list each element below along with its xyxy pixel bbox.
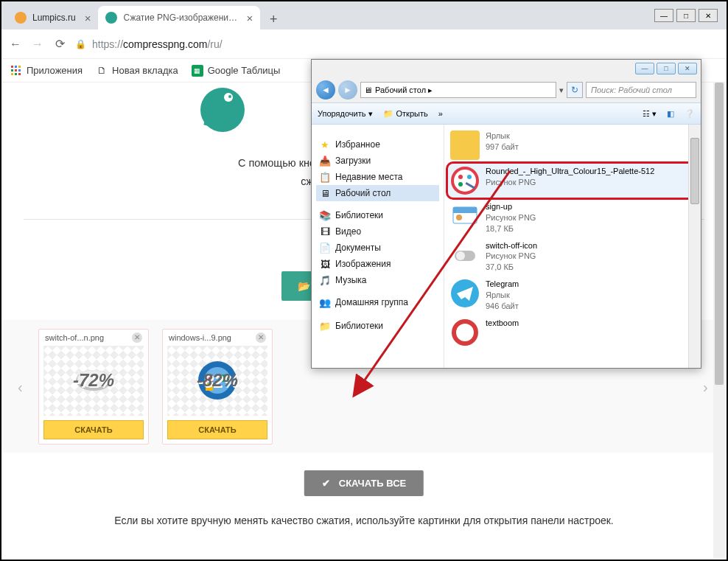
bookmark-newtab[interactable]: 🗋 Новая вкладка	[96, 65, 178, 77]
sidebar-item-desktop[interactable]: 🖥Рабочий стол	[316, 185, 439, 201]
organize-menu[interactable]: Упорядочить ▾	[318, 109, 373, 119]
remove-icon[interactable]: ✕	[132, 332, 142, 343]
library-icon: 📚	[319, 209, 331, 221]
download-thumb-button[interactable]: СКАЧАТЬ	[43, 420, 144, 439]
svg-rect-6	[11, 73, 13, 75]
thumb-preview: -82%	[167, 346, 267, 416]
file-item[interactable]: TelegramЯрлык946 байт	[447, 276, 696, 315]
more-button[interactable]: »	[438, 109, 443, 118]
image-icon: 🖼	[319, 258, 331, 270]
sidebar-item-recent[interactable]: 📋Недавние места	[316, 169, 439, 185]
bookmark-sheets[interactable]: ▦ Google Таблицы	[192, 65, 281, 77]
path-field[interactable]: 🖥 Рабочий стол ▸	[360, 82, 556, 98]
forward-button[interactable]: ►	[338, 80, 357, 100]
svg-point-29	[456, 251, 465, 260]
scrollbar-thumb[interactable]	[715, 83, 724, 385]
window-controls: — □ ✕	[654, 9, 718, 22]
thumbnail-card[interactable]: switch-of...n.png✕ -72% СКАЧАТЬ	[38, 329, 149, 445]
explorer-scrollbar[interactable]	[688, 125, 701, 368]
svg-rect-7	[15, 73, 17, 75]
maximize-button[interactable]: □	[657, 63, 676, 74]
search-field[interactable]: Поиск: Рабочий стол	[586, 82, 696, 98]
forward-button[interactable]: →	[31, 38, 44, 51]
folder-icon: 📥	[319, 155, 331, 167]
tab-bar: Lumpics.ru × Сжатие PNG-изображений онла…	[1, 1, 727, 29]
close-button[interactable]: ✕	[678, 63, 697, 74]
svg-point-10	[224, 93, 233, 102]
svg-point-20	[454, 170, 476, 192]
folder-icon: 📁	[319, 320, 331, 332]
homegroup-header[interactable]: 👥Домашняя группа	[316, 294, 439, 310]
thumbnail-card[interactable]: windows-i...9.png✕ -82% СКАЧАТЬ	[162, 329, 273, 445]
view-button[interactable]: ☷ ▾	[643, 109, 657, 119]
libraries-header[interactable]: 📚Библиотеки	[316, 207, 439, 223]
homegroup-icon: 👥	[319, 296, 331, 308]
compress-badge: -72%	[73, 370, 114, 391]
libraries2[interactable]: 📁Библиотеки	[316, 318, 439, 334]
sidebar-item-images[interactable]: 🖼Изображения	[316, 256, 439, 272]
prev-arrow[interactable]: ‹	[18, 379, 25, 394]
file-item-highlighted[interactable]: Rounded_-_High_Ultra_Colour15_-Palette-5…	[447, 163, 696, 198]
desktop-icon: 🖥	[364, 86, 372, 94]
svg-point-23	[458, 182, 463, 187]
favicon-icon	[15, 12, 27, 24]
remove-icon[interactable]: ✕	[256, 332, 266, 343]
back-button[interactable]: ◄	[316, 80, 335, 100]
download-thumb-button[interactable]: СКАЧАТЬ	[167, 420, 267, 439]
video-icon: 🎞	[319, 226, 331, 237]
explorer-window: — □ ✕ ◄ ► 🖥 Рабочий стол ▸ ▾ ↻ Поиск: Ра…	[311, 59, 701, 369]
back-button[interactable]: ←	[9, 38, 22, 51]
favorites-header[interactable]: ★Избранное	[316, 136, 439, 153]
sidebar-item-video[interactable]: 🎞Видео	[316, 223, 439, 240]
apps-button[interactable]: Приложения	[10, 65, 83, 77]
page-scrollbar[interactable]	[713, 83, 725, 558]
close-icon[interactable]: ×	[246, 12, 253, 24]
svg-rect-5	[18, 69, 21, 72]
tab-title: Сжатие PNG-изображений онла	[123, 13, 237, 23]
refresh-button[interactable]: ↻	[567, 82, 583, 98]
bookmark-label: Новая вкладка	[112, 65, 178, 76]
preview-pane-button[interactable]: ◧	[667, 109, 674, 119]
reload-button[interactable]: ⟳	[53, 38, 66, 51]
new-tab-button[interactable]: +	[263, 9, 284, 29]
url-proto: https://	[92, 38, 123, 50]
site-logo	[193, 83, 252, 138]
help-button[interactable]: ❔	[685, 109, 695, 119]
minimize-button[interactable]: —	[654, 9, 673, 22]
scrollbar-thumb[interactable]	[690, 138, 699, 204]
maximize-button[interactable]: □	[676, 9, 696, 22]
file-item[interactable]: Ярлык997 байт	[447, 128, 696, 163]
minimize-button[interactable]: —	[635, 63, 654, 74]
telegram-icon	[450, 279, 480, 308]
svg-rect-26	[453, 207, 477, 213]
document-icon: 📄	[319, 242, 331, 254]
file-item[interactable]: sign-upРисунок PNG18,7 КБ	[447, 198, 696, 237]
file-icon	[450, 240, 480, 270]
file-list: Ярлык997 байт Rounded_-_High_Ultra_Colou…	[444, 125, 701, 368]
file-icon	[450, 130, 480, 160]
music-icon: 🎵	[319, 274, 331, 286]
file-item[interactable]: switch-off-iconРисунок PNG37,0 КБ	[447, 237, 696, 276]
sidebar-item-downloads[interactable]: 📥Загрузки	[316, 153, 439, 169]
sidebar-item-documents[interactable]: 📄Документы	[316, 240, 439, 256]
compress-badge: -82%	[197, 370, 238, 391]
thumb-filename: switch-of...n.png	[45, 333, 104, 342]
file-icon	[450, 201, 480, 231]
tab-lumpics[interactable]: Lumpics.ru ×	[7, 6, 98, 29]
url-host: compresspng.com	[123, 38, 207, 50]
url-field[interactable]: 🔒 https:// compresspng.com /ru/	[75, 38, 719, 50]
open-button[interactable]: 📁Открыть	[383, 109, 428, 119]
folder-icon: 📁	[383, 109, 393, 119]
apps-label: Приложения	[27, 65, 83, 76]
download-all-button[interactable]: ✔ СКАЧАТЬ ВСЕ	[304, 470, 424, 496]
page-icon: 🗋	[96, 65, 108, 77]
tab-compresspng[interactable]: Сжатие PNG-изображений онла ×	[98, 6, 260, 29]
explorer-toolbar: Упорядочить ▾ 📁Открыть » ☷ ▾ ◧ ❔	[312, 102, 701, 125]
sidebar-item-music[interactable]: 🎵Музыка	[316, 272, 439, 288]
bookmark-label: Google Таблицы	[208, 65, 281, 76]
close-icon[interactable]: ×	[85, 12, 91, 24]
file-item[interactable]: textboom	[447, 315, 696, 350]
download-all-label: СКАЧАТЬ ВСЕ	[339, 478, 406, 489]
next-arrow[interactable]: ›	[703, 379, 710, 394]
close-button[interactable]: ✕	[699, 9, 718, 22]
